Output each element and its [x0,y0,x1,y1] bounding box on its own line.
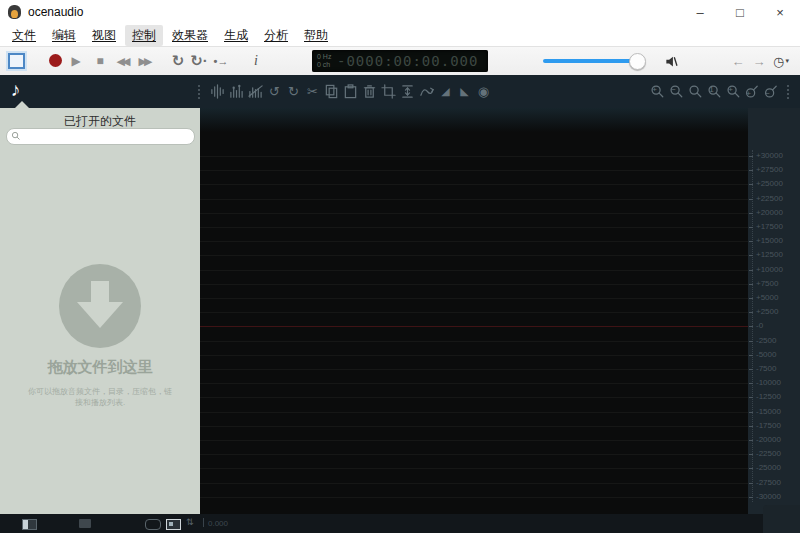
volume-slider-thumb[interactable] [629,53,646,70]
toggle-panel-button[interactable] [79,519,91,528]
zoom-tools-row: +−1++− [648,75,797,108]
ruler-tick [749,397,753,398]
gridline [200,412,748,413]
fast-forward-button[interactable]: ▶▶ [134,47,157,75]
maximize-button[interactable]: □ [720,0,760,24]
window-title: ocenaudio [28,5,83,19]
ruler-label: +2500 [756,308,778,316]
record-button[interactable] [49,54,62,67]
close-button[interactable]: × [760,0,800,24]
stop-button[interactable]: ■ [93,47,107,75]
transport-toolbar: ▶ ■ ◀◀ ▶▶ ↻ ↻· •→ i 0 Hz 0 ch -0000:00:0… [0,46,800,76]
fade-in-icon[interactable]: ◢ [436,82,455,102]
resize-corner[interactable] [763,505,800,533]
ruler-label: +10000 [756,266,783,274]
gridline [200,199,748,200]
vertical-zoom-out-icon[interactable]: − [762,82,781,102]
gridline [200,483,748,484]
ruler-tick [749,412,753,413]
view-thumbnail-icon[interactable] [166,519,181,530]
toggle-file-panel-button[interactable] [22,519,37,530]
menu-item[interactable]: 控制 [125,25,163,46]
zoom-selection-icon[interactable]: + [724,82,743,102]
separator [198,85,202,99]
menu-bar: 文件编辑视图控制效果器生成分析帮助 [0,24,800,46]
sort-arrows-icon[interactable]: ⇅ [186,517,194,527]
play-button[interactable]: ▶ [68,47,84,75]
gridline [200,270,748,271]
delete-icon[interactable] [360,82,379,102]
search-input[interactable] [24,129,193,144]
menu-item[interactable]: 视图 [85,25,123,46]
loop-selection-button[interactable]: ↻· [191,47,207,75]
position-label: 0.000 [208,519,228,528]
ruler-tick [749,312,753,313]
fade-out-icon[interactable]: ◣ [455,82,474,102]
ruler-tick [749,383,753,384]
normalize-icon[interactable]: ◉ [474,82,493,102]
volume-slider[interactable] [543,59,639,63]
rewind-button[interactable]: ◀◀ [112,47,135,75]
gridline [200,184,748,185]
zoom-fit-icon[interactable] [686,82,705,102]
minimize-button[interactable]: – [680,0,720,24]
gridline [200,213,748,214]
mix-icon[interactable] [417,82,436,102]
drop-zone-title: 拖放文件到这里 [0,358,200,377]
down-arrow-icon [91,281,109,302]
ruler-tick [749,369,753,370]
view-spectrogram-icon[interactable] [246,82,265,102]
gridline [200,156,748,157]
ruler-tick [749,468,753,469]
cut-icon[interactable]: ✂ [303,82,322,102]
speaker-icon[interactable] [662,47,680,75]
ruler-tick [749,440,753,441]
menu-item[interactable]: 分析 [257,25,295,46]
zoom-one-icon[interactable]: 1 [705,82,724,102]
gridline [200,369,748,370]
ruler-tick [749,284,753,285]
ocenaudio-window: ocenaudio – □ × 文件编辑视图控制效果器生成分析帮助 ▶ ■ ◀◀… [0,0,800,533]
menu-item[interactable]: 效果器 [165,25,215,46]
view-waveform-icon[interactable] [208,82,227,102]
gridline [200,426,748,427]
chevron-down-icon: ▾ [785,57,789,65]
undo-icon[interactable]: ↺ [265,82,284,102]
zoom-in-icon[interactable]: + [648,82,667,102]
redo-icon[interactable]: ↻ [284,82,303,102]
time-counter: -0000:00:00.000 [331,53,488,69]
gridline [200,468,748,469]
menu-item[interactable]: 生成 [217,25,255,46]
menu-item[interactable]: 帮助 [297,25,335,46]
loop-button[interactable]: ↻ [170,47,186,75]
loop-region-icon[interactable] [145,519,161,530]
view-spectral-icon[interactable] [227,82,246,102]
copy-icon[interactable] [322,82,341,102]
paste-icon[interactable] [341,82,360,102]
trim-icon[interactable] [379,82,398,102]
ruler-label: +27500 [756,166,783,174]
time-display: 0 Hz 0 ch -0000:00:00.000 [312,50,488,72]
vertical-zoom-in-icon[interactable]: + [743,82,762,102]
nav-forward-button[interactable]: → [751,47,767,75]
fit-vertical-icon[interactable] [398,82,417,102]
info-button[interactable]: i [249,47,263,75]
gridline [200,355,748,356]
zoom-out-icon[interactable]: − [667,82,686,102]
menu-item[interactable]: 编辑 [45,25,83,46]
menu-item[interactable]: 文件 [5,25,43,46]
ruler-tick [749,341,753,342]
ruler-tick [749,255,753,256]
waveform-area[interactable] [200,108,748,514]
selection-tool-button[interactable] [8,53,25,69]
nav-back-button[interactable]: ← [730,47,746,75]
ruler-tick [749,426,753,427]
ruler-tick [749,213,753,214]
gridline [200,397,748,398]
sample-rate-label: 0 Hz [317,53,331,61]
ruler-tick [749,483,753,484]
history-button[interactable]: ◷ ▾ [770,47,792,75]
ruler-label: -17500 [756,422,781,430]
ruler-label: -7500 [756,365,776,373]
play-selection-button[interactable]: •→ [212,47,230,75]
